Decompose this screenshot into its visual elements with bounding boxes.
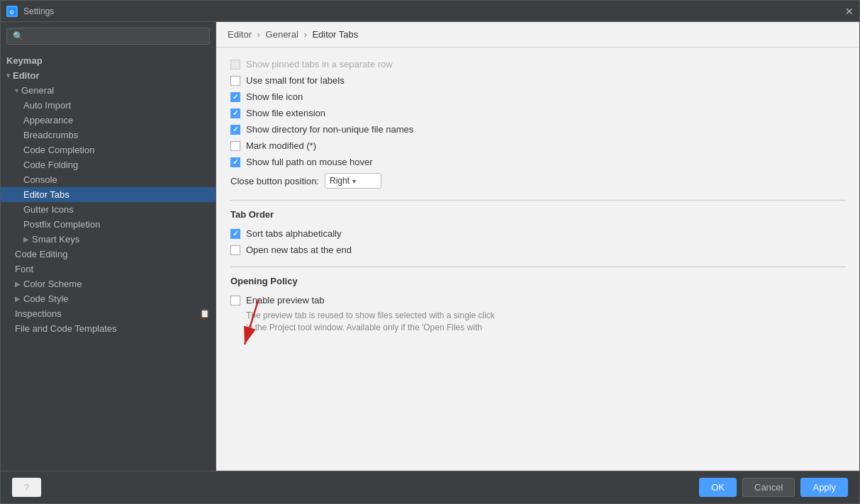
checkbox-show-directory[interactable] (230, 125, 240, 135)
sidebar-item-code-completion[interactable]: Code Completion (1, 142, 216, 157)
preview-note: The preview tab is reused to show files … (230, 308, 845, 334)
option-row-enable-preview: Enable preview tab (230, 292, 845, 308)
checkbox-show-icon[interactable] (230, 92, 240, 102)
checkbox-show-pinned[interactable] (230, 60, 240, 69)
appearance-label: Appearance (23, 115, 73, 125)
label-show-icon: Show file icon (246, 91, 303, 102)
checkbox-sort-alpha[interactable] (230, 229, 240, 239)
postfix-completion-label: Postfix Completion (23, 219, 100, 230)
sidebar: Keymap ▾ Editor ▾ General Auto Import (1, 22, 216, 471)
option-row-mark-modified: Mark modified (*) (230, 138, 845, 154)
close-button-position-row: Close button position: Right ▾ (230, 170, 845, 191)
gutter-icons-label: Gutter Icons (23, 204, 74, 215)
code-style-expand-icon: ▶ (15, 295, 21, 303)
sidebar-item-appearance[interactable]: Appearance (1, 113, 216, 128)
sidebar-item-console[interactable]: Console (1, 172, 216, 187)
apply-button[interactable]: Apply (800, 478, 848, 497)
checkbox-small-font[interactable] (230, 76, 240, 86)
sidebar-item-inspections[interactable]: Inspections 📋 (1, 306, 216, 321)
label-show-directory: Show directory for non-unique file names (246, 124, 413, 135)
code-editing-label: Code Editing (15, 249, 67, 259)
checkbox-enable-preview[interactable] (230, 296, 240, 306)
option-row-show-icon: Show file icon (230, 89, 845, 105)
title-bar: ⚙ Settings ✕ (1, 1, 859, 22)
option-row-show-directory: Show directory for non-unique file names (230, 121, 845, 138)
main-content: Keymap ▾ Editor ▾ General Auto Import (1, 22, 859, 471)
option-row-sort-alpha: Sort tabs alphabetically (230, 225, 845, 242)
sidebar-item-gutter-icons[interactable]: Gutter Icons (1, 202, 216, 217)
title-bar-left: ⚙ Settings (6, 6, 54, 17)
close-button[interactable]: ✕ (845, 6, 854, 17)
ok-button[interactable]: OK (699, 478, 737, 497)
option-row-show-pinned: Show pinned tabs in a separate row (230, 56, 845, 72)
close-button-position-dropdown[interactable]: Right ▾ (325, 173, 381, 189)
cancel-button[interactable]: Cancel (742, 478, 795, 497)
sidebar-item-breadcrumbs[interactable]: Breadcrumbs (1, 128, 216, 142)
file-code-templates-label: File and Code Templates (15, 323, 117, 334)
sidebar-tree: Keymap ▾ Editor ▾ General Auto Import (1, 50, 216, 471)
tab-order-title: Tab Order (230, 209, 845, 220)
sidebar-item-smart-keys[interactable]: ▶ Smart Keys (1, 232, 216, 247)
breadcrumb-sep1: › (257, 29, 260, 40)
sidebar-item-code-editing[interactable]: Code Editing (1, 247, 216, 262)
opening-policy-title: Opening Policy (230, 276, 845, 286)
close-button-position-value: Right (330, 176, 350, 186)
smart-keys-label: Smart Keys (32, 234, 79, 245)
general-expand-icon: ▾ (15, 86, 18, 94)
search-box (6, 28, 210, 45)
sidebar-item-color-scheme[interactable]: ▶ Color Scheme (1, 276, 216, 291)
keymap-label: Keymap (6, 55, 43, 66)
code-completion-label: Code Completion (23, 145, 94, 155)
color-scheme-label: Color Scheme (23, 279, 82, 289)
breadcrumb-general: General (266, 29, 298, 40)
label-sort-alpha: Sort tabs alphabetically (246, 228, 341, 239)
breadcrumb-sep2: › (303, 29, 306, 40)
editor-expand-icon: ▾ (6, 72, 10, 79)
help-button[interactable]: ? (12, 478, 41, 497)
inspections-icon: 📋 (200, 309, 210, 318)
sidebar-item-code-folding[interactable]: Code Folding (1, 157, 216, 172)
breadcrumb: Editor › General › Editor Tabs (216, 22, 859, 47)
close-button-position-label: Close button position: (230, 176, 319, 186)
label-show-full-path: Show full path on mouse hover (246, 157, 373, 167)
divider-opening-policy (230, 267, 845, 267)
option-row-show-full-path: Show full path on mouse hover (230, 154, 845, 170)
label-mark-modified: Mark modified (*) (246, 140, 316, 151)
sidebar-item-code-style[interactable]: ▶ Code Style (1, 291, 216, 306)
settings-window: ⚙ Settings ✕ Keymap ▾ Editor (0, 0, 860, 504)
label-enable-preview: Enable preview tab (246, 295, 325, 306)
search-input[interactable] (6, 28, 210, 45)
right-panel-wrapper: Editor › General › Editor Tabs Show pinn… (216, 22, 859, 471)
checkbox-show-extension[interactable] (230, 108, 240, 118)
option-row-small-font: Use small font for labels (230, 72, 845, 89)
console-label: Console (23, 174, 57, 185)
checkbox-mark-modified[interactable] (230, 141, 240, 151)
editor-label: Editor (13, 70, 40, 81)
sidebar-item-keymap[interactable]: Keymap (1, 53, 216, 68)
inspections-label: Inspections (15, 308, 62, 319)
sidebar-item-editor[interactable]: ▾ Editor (1, 68, 216, 83)
app-icon: ⚙ (6, 6, 18, 17)
sidebar-item-auto-import[interactable]: Auto Import (1, 98, 216, 113)
font-label: Font (15, 264, 33, 274)
editor-tabs-label: Editor Tabs (23, 189, 69, 200)
content-area: Show pinned tabs in a separate row Use s… (216, 47, 859, 471)
sidebar-item-font[interactable]: Font (1, 262, 216, 276)
label-small-font: Use small font for labels (246, 75, 345, 86)
auto-import-label: Auto Import (23, 100, 71, 111)
checkbox-open-at-end[interactable] (230, 245, 240, 255)
sidebar-item-editor-tabs[interactable]: Editor Tabs (1, 187, 216, 202)
label-show-extension: Show file extension (246, 108, 325, 118)
right-panel: Editor › General › Editor Tabs Show pinn… (216, 22, 859, 471)
svg-text:⚙: ⚙ (9, 9, 14, 16)
checkbox-show-full-path[interactable] (230, 157, 240, 167)
sidebar-item-file-code-templates[interactable]: File and Code Templates (1, 321, 216, 336)
code-style-label: Code Style (23, 293, 69, 304)
dropdown-arrow-icon: ▾ (352, 177, 356, 185)
code-folding-label: Code Folding (23, 159, 78, 170)
option-row-open-at-end: Open new tabs at the end (230, 242, 845, 258)
bottom-bar: ? OK Cancel Apply (1, 471, 859, 503)
breadcrumb-editor: Editor (228, 29, 252, 40)
sidebar-item-general[interactable]: ▾ General (1, 83, 216, 98)
sidebar-item-postfix-completion[interactable]: Postfix Completion (1, 217, 216, 232)
